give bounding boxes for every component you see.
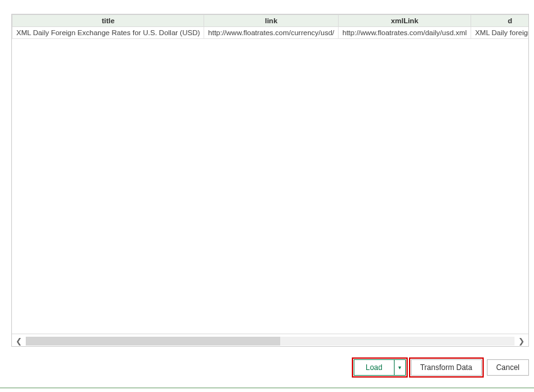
cell-d: XML Daily foreign exc	[471, 27, 528, 39]
bottom-divider	[0, 388, 534, 388]
chevron-down-icon: ▾	[398, 364, 401, 371]
col-header-xmllink[interactable]: xmlLink	[339, 15, 471, 27]
scroll-left-arrow-icon[interactable]: ❮	[12, 335, 26, 347]
dialog-button-row: Load ▾ Transform Data Cancel	[354, 359, 529, 376]
load-split-button[interactable]: Load ▾	[354, 359, 406, 376]
preview-table: title link xmlLink d XML Daily Foreign E…	[12, 14, 528, 39]
data-table-viewport: title link xmlLink d XML Daily Foreign E…	[12, 14, 528, 334]
horizontal-scrollbar[interactable]: ❮ ❯	[12, 334, 528, 347]
load-button[interactable]: Load	[354, 360, 394, 375]
cell-title: XML Daily Foreign Exchange Rates for U.S…	[13, 27, 204, 39]
data-preview-frame: title link xmlLink d XML Daily Foreign E…	[11, 14, 529, 347]
scroll-thumb[interactable]	[26, 337, 280, 346]
header-row: title link xmlLink d	[13, 15, 529, 27]
col-header-title[interactable]: title	[13, 15, 204, 27]
cell-link: http://www.floatrates.com/currency/usd/	[204, 27, 339, 39]
load-dropdown-toggle[interactable]: ▾	[394, 360, 405, 375]
col-header-link[interactable]: link	[204, 15, 339, 27]
cancel-button[interactable]: Cancel	[487, 359, 529, 376]
col-header-d[interactable]: d	[471, 15, 528, 27]
scroll-track[interactable]	[26, 337, 515, 346]
transform-data-button[interactable]: Transform Data	[411, 359, 482, 376]
cell-xmllink: http://www.floatrates.com/daily/usd.xml	[339, 27, 471, 39]
table-row[interactable]: XML Daily Foreign Exchange Rates for U.S…	[13, 27, 529, 39]
scroll-right-arrow-icon[interactable]: ❯	[515, 335, 528, 347]
